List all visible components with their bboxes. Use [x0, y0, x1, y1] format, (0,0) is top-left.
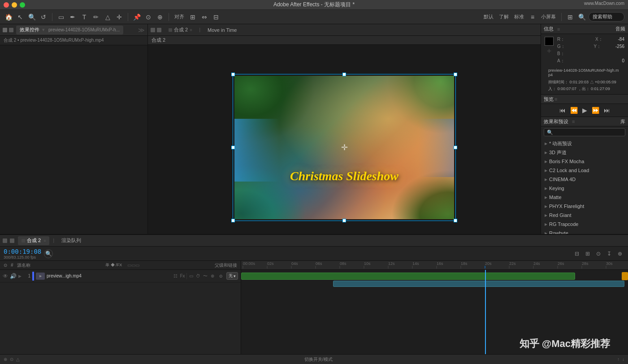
layer-name[interactable]: preview...igh.mp4	[47, 273, 170, 278]
effect-boris-fx-mocha[interactable]: ▶ Boris FX Mocha	[541, 157, 628, 166]
handle-br[interactable]	[454, 219, 457, 222]
layer-icon-fx[interactable]: Fx	[179, 273, 186, 279]
tab-composition-2[interactable]: 合成 2 ≡	[18, 236, 49, 245]
maximize-button[interactable]	[20, 2, 25, 8]
layer-icon-motion[interactable]: 〜	[202, 273, 208, 279]
svg-text:20s: 20s	[485, 261, 492, 266]
pen-icon[interactable]: ✒	[68, 12, 78, 22]
preview-last-btn[interactable]: ⏭	[603, 106, 611, 115]
status-icon-2[interactable]: ⊙	[10, 357, 13, 362]
handle-tr[interactable]	[454, 73, 457, 76]
timeline-search[interactable]: 🔍	[44, 249, 53, 258]
brush-icon[interactable]: ✏	[91, 12, 101, 22]
effect-c2-lock-and-load[interactable]: ▶ C2 Lock and Load	[541, 166, 628, 175]
status-icon-r2[interactable]: ↓	[622, 357, 624, 362]
video-frame-wrapper[interactable]: Christmas Slideshow ✛	[234, 76, 454, 219]
tab-effects-controls[interactable]: 效果控件 ▾ preview-144028-1O5MuRUMxP-h...	[16, 26, 123, 35]
layer-icon-frame[interactable]: ▭	[188, 273, 194, 279]
effect-3d-channel[interactable]: ▶ 3D 声道	[541, 148, 628, 157]
rectangle-icon[interactable]: ▭	[56, 12, 66, 22]
effects-search-box[interactable]: 🔍	[544, 128, 625, 136]
work-area-end-marker[interactable]	[622, 272, 628, 280]
layer-icon-time[interactable]: ⏱	[195, 273, 201, 279]
viewport-icon2[interactable]	[157, 28, 161, 32]
layer-column-headers: ⊙ # 源名称 单 ◆ /FX ▭▭▭ 父级和链接	[0, 261, 241, 269]
zoom-icon[interactable]: 🔍	[27, 12, 37, 22]
pin-icon[interactable]: 📌	[132, 12, 142, 22]
layer-color-bar[interactable]	[32, 272, 34, 281]
layer-parent-dropdown[interactable]: 无 ▾	[226, 272, 238, 280]
track-segment-video[interactable]	[241, 273, 575, 280]
expand-icon[interactable]: ⇔	[199, 12, 209, 22]
preview-play-btn[interactable]: ▶	[581, 106, 588, 115]
effect-animation-presets[interactable]: ▶ * 动画预设	[541, 139, 628, 148]
tab-move-in-time[interactable]: Move in Time	[204, 25, 240, 35]
tl-btn-1[interactable]: ⊟	[572, 249, 581, 258]
crosshair-icon: ✛	[341, 143, 348, 152]
tl-btn-5[interactable]: ⊕	[615, 249, 624, 258]
workspace-icon[interactable]: ⊞	[565, 12, 575, 22]
effect-rg-trapcode[interactable]: ▶ RG Trapcode	[541, 220, 628, 229]
timeline-tracks	[241, 270, 628, 354]
layer-audio-toggle[interactable]: 🔊	[10, 273, 17, 279]
align-icon-1[interactable]: ⊞	[188, 12, 198, 22]
effect-phyx-flarelight[interactable]: ▶ PHYX Flarelight	[541, 202, 628, 211]
preview-step-back-btn[interactable]: ⏪	[569, 106, 579, 115]
info-r-row: R： X： -84	[557, 36, 624, 43]
effect-matte[interactable]: ▶ Matte	[541, 193, 628, 202]
svg-text:24s: 24s	[533, 261, 540, 266]
anchor-icon[interactable]: ✛	[114, 12, 124, 22]
timeline-icon2[interactable]	[10, 238, 14, 243]
tab-render-queue[interactable]: 渲染队列	[58, 236, 85, 245]
effect-cinema-4d[interactable]: ▶ CINEMA 4D	[541, 175, 628, 184]
plus-button[interactable]: +	[545, 47, 554, 56]
standard-label: 标准	[512, 13, 526, 20]
roto-icon[interactable]: ⊙	[143, 12, 153, 22]
layer-visibility-toggle[interactable]: 👁	[3, 273, 8, 279]
cursor-icon[interactable]: ↖	[15, 12, 25, 22]
3d-icon[interactable]: ⊕	[155, 12, 165, 22]
timeline-ruler: 00:00s 02s 04s 06s 08s 10s 12s	[241, 261, 628, 269]
viewport-area[interactable]: Christmas Slideshow ✛	[148, 45, 541, 250]
layer-parent-icon: ⊙	[219, 274, 223, 278]
handle-mr[interactable]	[454, 146, 457, 149]
minimize-button[interactable]	[12, 2, 17, 8]
shape-icon[interactable]: △	[103, 12, 113, 22]
tab-composition[interactable]: 合成 2 ≡	[165, 25, 195, 35]
timeline-timecode[interactable]: 0:00:19:08	[4, 248, 41, 255]
timeline-close-icon[interactable]	[3, 238, 7, 243]
text-icon[interactable]: T	[79, 12, 89, 22]
left-panel: 效果控件 ▾ preview-144028-1O5MuRUMxP-h... ≫ …	[0, 24, 148, 262]
layer-icon-3d[interactable]: ⊕	[209, 273, 216, 279]
viewport-lock-icon[interactable]	[151, 28, 155, 32]
handle-bc[interactable]	[342, 219, 346, 222]
tl-btn-3[interactable]: ⊙	[594, 249, 603, 258]
status-icon-r1[interactable]: ↑	[617, 357, 619, 362]
menu-icon[interactable]: ≡	[528, 12, 537, 22]
toolbar-sep-2	[128, 13, 128, 21]
effect-red-giant[interactable]: ▶ Red Giant	[541, 211, 628, 220]
status-icon-3[interactable]: △	[16, 357, 20, 362]
home-icon[interactable]: 🏠	[4, 12, 13, 22]
tl-btn-2[interactable]: ⊞	[583, 249, 592, 258]
lock-icon[interactable]	[9, 28, 13, 32]
effect-keying[interactable]: ▶ Keying	[541, 184, 628, 193]
handle-bl[interactable]	[231, 219, 235, 222]
track-segment-audio[interactable]	[333, 281, 624, 287]
rotate-icon[interactable]: ↺	[39, 12, 48, 22]
app-title: Adobe After Effects - 无标题项目 *	[273, 1, 355, 9]
tl-btn-4[interactable]: ↧	[605, 249, 614, 258]
panel-menu-icon[interactable]: ≫	[138, 26, 145, 34]
preview-first-btn[interactable]: ⏮	[559, 106, 567, 115]
search-icon-effects: 🔍	[547, 130, 553, 135]
close-panel-icon[interactable]	[3, 28, 7, 32]
color-swatch[interactable]	[545, 37, 554, 46]
preview-step-fwd-btn[interactable]: ⏩	[591, 106, 600, 115]
layer-collapse-btn[interactable]: ▶	[18, 274, 22, 278]
close-button[interactable]	[4, 2, 9, 8]
camera-icon[interactable]: ⊟	[211, 12, 221, 22]
search-icon[interactable]: 🔍	[577, 12, 587, 22]
status-icon-1[interactable]: ⊕	[4, 357, 7, 362]
help-search[interactable]: 搜索帮助	[589, 12, 624, 22]
layer-icon-switch[interactable]: ☷	[172, 273, 178, 279]
